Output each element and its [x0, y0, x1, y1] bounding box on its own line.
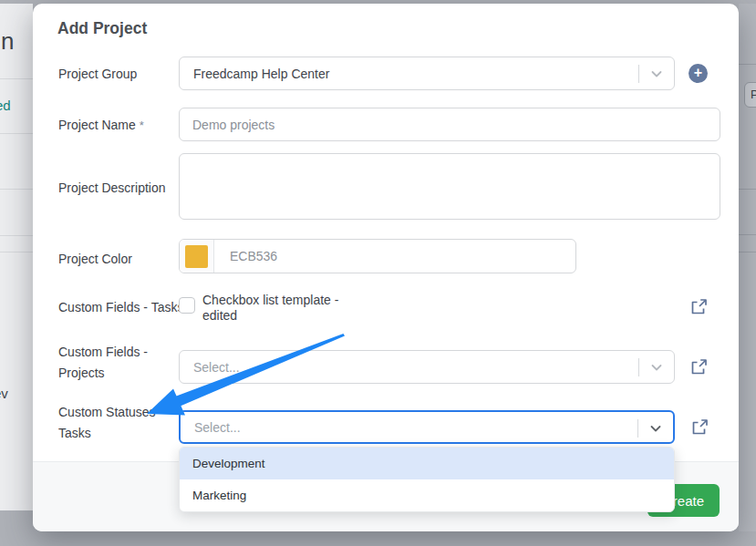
background-divider — [739, 189, 756, 190]
project-color-value[interactable]: ECB536 — [214, 249, 277, 263]
background-divider — [739, 252, 756, 252]
dropdown-option-marketing[interactable]: Marketing — [180, 479, 674, 511]
project-name-input[interactable] — [179, 108, 720, 141]
required-asterisk: * — [140, 118, 144, 132]
select-divider — [637, 419, 638, 438]
custom-fields-tasks-checkbox-label[interactable]: Checkbox list template - edited — [202, 293, 367, 324]
custom-statuses-tasks-select[interactable]: Select... — [179, 410, 675, 444]
custom-statuses-tasks-external-link-icon[interactable] — [690, 418, 709, 437]
project-name-label-text: Project Name — [58, 118, 136, 132]
background-link-fragment: ed — [0, 98, 11, 113]
custom-statuses-tasks-label: Custom Statuses - Tasks — [58, 402, 186, 444]
plus-icon: + — [694, 66, 702, 80]
custom-fields-projects-select[interactable]: Select... — [179, 350, 675, 384]
background-page-right: P — [739, 4, 756, 531]
add-project-group-button[interactable]: + — [689, 64, 708, 83]
color-swatch-cell[interactable] — [180, 240, 214, 273]
project-group-select[interactable]: Freedcamp Help Center — [179, 57, 675, 90]
chevron-down-icon — [649, 360, 664, 375]
custom-fields-tasks-checkbox[interactable] — [179, 297, 195, 314]
custom-statuses-dropdown: Development Marketing — [179, 447, 675, 512]
select-divider — [638, 65, 639, 83]
project-name-label: Project Name* — [58, 115, 144, 136]
background-divider — [0, 189, 33, 190]
custom-statuses-tasks-placeholder: Select... — [194, 420, 241, 435]
project-group-value: Freedcamp Help Center — [193, 67, 329, 81]
modal-title: Add Project — [57, 19, 147, 38]
background-divider — [0, 235, 33, 236]
background-text-fragment: ev — [0, 386, 8, 401]
custom-fields-projects-label: Custom Fields - Projects — [58, 342, 172, 384]
background-page-left: n ed ev — [0, 4, 33, 510]
background-divider — [739, 234, 756, 235]
color-swatch — [185, 245, 208, 268]
project-group-label: Project Group — [58, 64, 137, 85]
custom-fields-tasks-external-link-icon[interactable] — [689, 298, 708, 316]
project-description-label: Project Description — [58, 178, 166, 199]
background-divider — [0, 133, 33, 134]
background-divider — [739, 64, 756, 65]
project-description-textarea[interactable] — [179, 153, 720, 220]
custom-fields-projects-external-link-icon[interactable] — [689, 358, 708, 376]
background-button-fragment: P — [744, 82, 756, 108]
add-project-modal: Add Project Project Group Freedcamp Help… — [33, 4, 739, 531]
background-divider — [0, 252, 33, 252]
chevron-down-icon — [649, 67, 664, 81]
project-color-label: Project Color — [58, 249, 132, 270]
custom-fields-projects-placeholder: Select... — [193, 360, 240, 375]
chevron-down-icon — [648, 421, 663, 436]
background-heading-fragment: n — [1, 27, 14, 56]
background-divider — [0, 78, 33, 79]
project-color-control: ECB536 — [179, 239, 576, 273]
select-divider — [638, 358, 639, 376]
dropdown-option-development[interactable]: Development — [180, 448, 674, 479]
